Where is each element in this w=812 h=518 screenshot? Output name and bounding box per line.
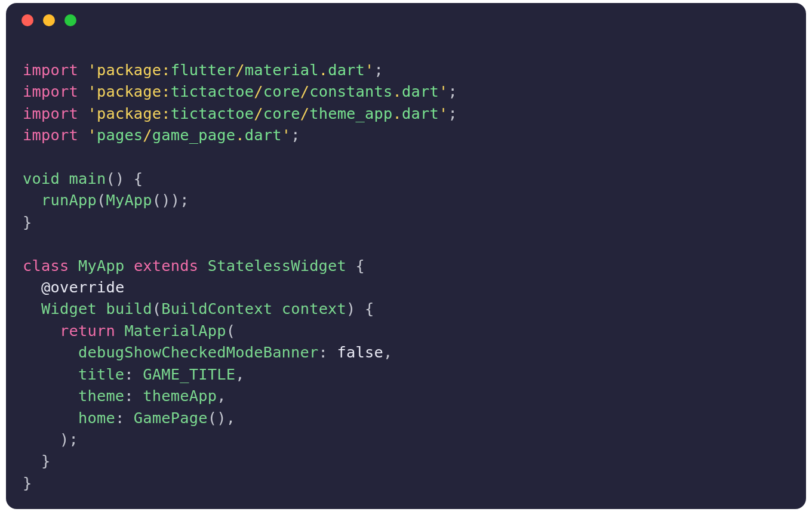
code-token: . <box>319 61 328 79</box>
code-editor[interactable]: import 'package:flutter/material.dart'; … <box>6 38 806 509</box>
code-token: import <box>23 104 78 122</box>
code-token <box>124 257 134 275</box>
code-token: MyApp <box>106 191 152 209</box>
code-token: . <box>393 82 402 100</box>
code-token: package: <box>97 61 171 79</box>
code-token: , <box>235 365 245 383</box>
code-token: ( <box>97 191 106 209</box>
code-token: ' <box>87 126 97 144</box>
code-token: : <box>124 365 143 383</box>
code-token: ( <box>152 300 162 317</box>
code-token: constants <box>309 82 392 100</box>
code-token: } <box>41 452 51 470</box>
code-token <box>198 257 208 275</box>
code-token: StatelessWidget <box>208 257 346 275</box>
code-token: pages <box>97 126 143 144</box>
code-token: class <box>23 257 69 275</box>
code-token: theme <box>78 387 124 405</box>
code-token: Widget <box>41 300 97 317</box>
code-token: ' <box>282 126 291 144</box>
code-token: , <box>383 343 393 361</box>
code-token: false <box>337 343 383 361</box>
code-token: theme_app <box>309 104 392 122</box>
code-token: ()); <box>152 191 189 209</box>
code-token: return <box>60 322 115 340</box>
code-token: GAME_TITLE <box>143 365 235 383</box>
code-token <box>60 169 69 187</box>
code-token: dart <box>245 126 282 144</box>
code-token <box>23 430 60 448</box>
code-token: . <box>235 126 245 144</box>
code-token <box>23 300 41 317</box>
code-token: ; <box>448 82 458 100</box>
code-token: ); <box>60 430 78 448</box>
code-token: tictactoe <box>171 104 254 122</box>
code-token: title <box>78 365 124 383</box>
code-token: : <box>124 387 143 405</box>
code-token: debugShowCheckedModeBanner <box>78 343 319 361</box>
close-icon[interactable] <box>21 14 33 26</box>
code-token <box>23 452 41 470</box>
code-token: / <box>143 126 152 144</box>
code-token: . <box>393 104 402 122</box>
code-token: ' <box>87 82 97 100</box>
code-token: game_page <box>152 126 235 144</box>
code-token: ' <box>439 104 448 122</box>
code-token: dart <box>328 61 365 79</box>
code-token: @override <box>41 278 124 296</box>
code-token: main <box>69 169 106 187</box>
code-token: ' <box>439 82 448 100</box>
code-token <box>23 278 41 296</box>
code-token: tictactoe <box>171 82 254 100</box>
code-token: } <box>23 213 32 231</box>
code-token <box>78 104 88 122</box>
code-token: package: <box>97 82 171 100</box>
code-token: build <box>106 300 152 317</box>
code-token <box>23 409 78 427</box>
code-token <box>346 257 356 275</box>
code-token: ' <box>365 61 374 79</box>
code-token: } <box>23 474 32 492</box>
code-token <box>69 257 78 275</box>
code-token: dart <box>402 82 439 100</box>
code-token <box>78 82 88 100</box>
minimize-icon[interactable] <box>43 14 55 26</box>
code-token: ; <box>374 61 384 79</box>
code-token: MyApp <box>78 257 124 275</box>
code-token: package: <box>97 104 171 122</box>
code-token: dart <box>402 104 439 122</box>
code-token: flutter <box>171 61 235 79</box>
code-token: runApp <box>41 191 97 209</box>
code-token: ; <box>448 104 458 122</box>
code-token: core <box>263 104 300 122</box>
code-token: (), <box>208 409 235 427</box>
code-token: extends <box>134 257 198 275</box>
code-token: themeApp <box>143 387 217 405</box>
code-token: / <box>254 82 263 100</box>
code-token <box>272 300 282 317</box>
code-token: context <box>282 300 346 317</box>
editor-window: import 'package:flutter/material.dart'; … <box>6 3 806 509</box>
code-token: BuildContext <box>161 300 272 317</box>
code-token: import <box>23 82 78 100</box>
code-token <box>97 300 106 317</box>
code-token: import <box>23 61 78 79</box>
code-token <box>23 191 41 209</box>
code-token: import <box>23 126 78 144</box>
code-token: ( <box>226 322 236 340</box>
code-token: { <box>356 257 365 275</box>
code-token: ; <box>291 126 300 144</box>
code-token: ' <box>87 104 97 122</box>
code-token <box>23 387 78 405</box>
code-token: () { <box>106 169 143 187</box>
code-token: home <box>78 409 115 427</box>
code-token: / <box>254 104 263 122</box>
code-token: : <box>115 409 134 427</box>
zoom-icon[interactable] <box>64 14 76 26</box>
code-token <box>23 365 78 383</box>
code-token: : <box>319 343 337 361</box>
code-token <box>78 126 88 144</box>
code-token <box>78 61 88 79</box>
code-token: MaterialApp <box>124 322 226 340</box>
code-token: ) { <box>346 300 374 317</box>
